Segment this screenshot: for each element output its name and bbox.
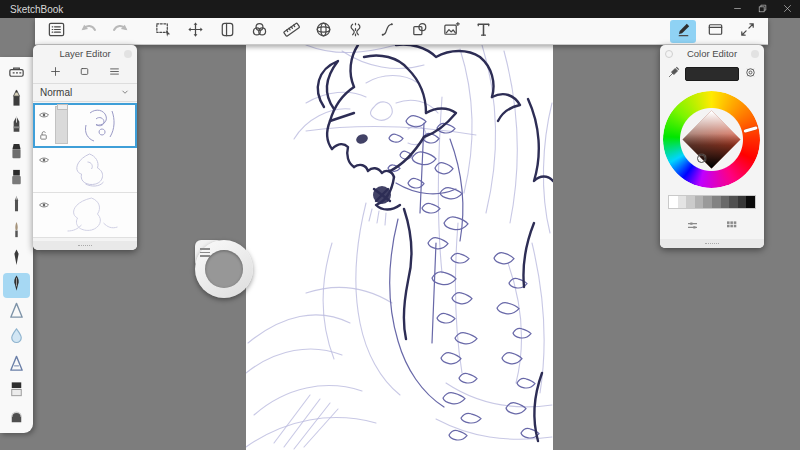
rounderaser-icon: [7, 406, 26, 430]
toolbar-perspective-guides[interactable]: [310, 20, 336, 43]
layer-editor-header[interactable]: Layer Editor: [33, 45, 137, 62]
brushpen-icon: [674, 20, 693, 42]
hamburger-icon: [108, 66, 121, 81]
tool-flat-eraser[interactable]: [3, 379, 30, 404]
minimize-icon: [732, 2, 743, 17]
toolbar-color-adjust[interactable]: [246, 20, 272, 43]
color-wheel[interactable]: [663, 91, 760, 188]
layersheet-icon: [78, 66, 91, 81]
tool-soft-eraser[interactable]: [3, 406, 30, 431]
layer2-visibility-toggle[interactable]: [38, 155, 50, 165]
gray-swatch-8[interactable]: [738, 196, 747, 208]
blend-mode-value: Normal: [40, 87, 72, 98]
toolbar-right-group: [667, 20, 763, 43]
toolbar-transform-tool[interactable]: [182, 20, 208, 43]
toolbar-interface-toggle[interactable]: [702, 20, 728, 43]
toolbar-text-tool[interactable]: [470, 20, 496, 43]
current-color-swatch[interactable]: [685, 67, 739, 81]
drawing-canvas[interactable]: [246, 43, 553, 450]
window-controls: [725, 0, 800, 18]
minimize-button[interactable]: [725, 0, 750, 18]
toolbar-shapes-tool[interactable]: [406, 20, 432, 43]
move-icon: [186, 20, 205, 42]
brush-puck[interactable]: [195, 240, 253, 298]
layer-row-2[interactable]: [33, 148, 137, 193]
gray-swatch-9[interactable]: [746, 196, 755, 208]
close-button[interactable]: [775, 0, 800, 18]
maximize-button[interactable]: [750, 0, 775, 18]
color-swatches-button[interactable]: [724, 218, 739, 236]
panel-pin-dot: [124, 50, 132, 58]
toolbar-redo[interactable]: [107, 20, 133, 43]
layer-actions: [33, 62, 137, 83]
puck-inner-circle[interactable]: [205, 250, 243, 288]
ballpoint-icon: [7, 194, 26, 218]
toolbar-crop-canvas[interactable]: [214, 20, 240, 43]
gray-swatch-7[interactable]: [729, 196, 738, 208]
eyedropper-button[interactable]: [667, 66, 680, 81]
tool-ink-brush[interactable]: [3, 273, 30, 298]
pencil-icon: [7, 88, 26, 112]
tool-smudge[interactable]: [3, 353, 30, 378]
window-title: SketchBook: [10, 4, 63, 15]
chevron-icon: [120, 87, 130, 99]
tool-brush-library[interactable]: [3, 61, 30, 86]
blend-mode-select[interactable]: Normal: [33, 83, 137, 102]
puck-grip-icon: [200, 246, 210, 259]
tool-pencil[interactable]: [3, 88, 30, 113]
flateraser-icon: [7, 379, 26, 403]
gray-swatch-2[interactable]: [686, 196, 695, 208]
color-puck-button[interactable]: [744, 66, 757, 81]
tool-chisel-marker[interactable]: [3, 141, 30, 166]
gray-swatch-0[interactable]: [669, 196, 678, 208]
layer3-visibility-toggle[interactable]: [38, 200, 50, 210]
gray-swatch-5[interactable]: [712, 196, 721, 208]
color-panel-resize-handle[interactable]: [660, 239, 764, 248]
tool-paintbrush[interactable]: [3, 220, 30, 245]
layer1-thumbnail: [70, 105, 134, 145]
airbrush-icon: [7, 300, 26, 324]
inkpen-icon: [7, 114, 26, 138]
toolbar-undo[interactable]: [75, 20, 101, 43]
layer-row-3[interactable]: [33, 193, 137, 238]
toolbox-icon: [7, 61, 26, 85]
layer-menu-button[interactable]: [108, 65, 121, 81]
gray-swatch-3[interactable]: [695, 196, 704, 208]
color-cursor[interactable]: [697, 154, 706, 163]
layer-utility-button[interactable]: [78, 65, 91, 81]
gray-swatch-1[interactable]: [678, 196, 687, 208]
toolbar-brush-mode[interactable]: [670, 20, 696, 43]
toolbar-ruler-tool[interactable]: [278, 20, 304, 43]
canvas-icon: [218, 20, 237, 42]
panel-grip-circle: [665, 50, 673, 58]
toolbar-fullscreen-toggle[interactable]: [734, 20, 760, 43]
windowpanel-icon: [706, 20, 725, 42]
toolbar-main-menu[interactable]: [43, 20, 69, 43]
broadmarker-icon: [7, 167, 26, 191]
chisel-icon: [7, 141, 26, 165]
gray-swatch-6[interactable]: [721, 196, 730, 208]
layer1-visibility-toggle[interactable]: [38, 110, 50, 120]
color-sliders-button[interactable]: [685, 218, 700, 236]
layer-row-1[interactable]: [33, 103, 137, 148]
toolbar-selection-tool[interactable]: [150, 20, 176, 43]
layer-panel-resize-handle[interactable]: [33, 241, 137, 250]
curve-icon: [378, 20, 397, 42]
toolbar-predictive-stroke[interactable]: [374, 20, 400, 43]
color-editor-header[interactable]: Color Editor: [660, 45, 764, 62]
toolbar-import-image[interactable]: [438, 20, 464, 43]
tool-ballpoint-pen[interactable]: [3, 194, 30, 219]
inkpen2-icon: [7, 247, 26, 271]
quill-icon: [7, 273, 26, 297]
tool-inking-pen[interactable]: [3, 114, 30, 139]
layer1-color-strip: [55, 106, 68, 144]
tool-fine-liner[interactable]: [3, 247, 30, 272]
toolbar-symmetry-tool[interactable]: [342, 20, 368, 43]
add-layer-button[interactable]: [49, 65, 62, 81]
gray-swatch-4[interactable]: [703, 196, 712, 208]
menu-icon: [47, 20, 66, 42]
tool-broad-marker[interactable]: [3, 167, 30, 192]
layer1-lock-toggle[interactable]: [38, 129, 49, 141]
tool-watercolor[interactable]: [3, 326, 30, 351]
tool-airbrush[interactable]: [3, 300, 30, 325]
